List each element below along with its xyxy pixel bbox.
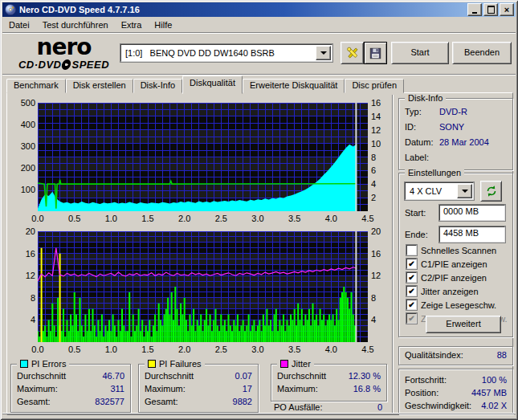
axis-tick: 1.0 [105,345,117,354]
stat-row-pi-failures-maximum: Maximum:17 [139,384,258,393]
tab-benchmark[interactable]: Benchmark [6,79,66,93]
stat-row-jitter-durchschnitt: Durchschnitt12.30 % [271,371,386,381]
checkbox-zeige-lesegeschw[interactable]: ✔ [406,300,417,310]
maximize-icon [487,6,495,14]
disk-info-row-id: ID:SONY [405,122,507,132]
logo-disc-icon [61,59,72,70]
logo-text-speed: CD·DVDSPEED [10,59,118,70]
field-ende: Ende:4458 MB [405,226,507,243]
tab-disk-erstellen[interactable]: Disk erstellen [66,79,133,93]
save-button[interactable] [364,42,387,64]
disk-info-group: Disk-Info Typ:DVD-RID:SONYDatum:28 Mar 2… [398,98,513,170]
jitter-legend-label: Jitter [292,359,311,369]
speed-select-dropdown-button[interactable] [457,184,472,198]
chevron-down-icon [320,51,327,55]
axis-tick: 300 [21,141,35,151]
settings-group: Einstellungen 4 X CLV Start:0000 MBEnde:… [398,173,513,337]
pi-failures-group: PI Failures Durchschnitt0.07Maximum:17Ge… [138,364,259,413]
checkbox-c1-pie-anzeigen[interactable]: ✔ [406,259,417,269]
drive-tools-button[interactable] [341,42,364,64]
axis-tick: 3.0 [251,345,263,354]
axis-tick: 12 [26,271,35,280]
vertical-divider [392,95,394,413]
toolbar-separator [2,74,516,75]
checkbox-row-c2-pif-anzeigen: ✔C2/PIF anzeigen [406,271,509,283]
stat-row-pi-errors-durchschnitt: Durchschnitt46.70 [11,371,130,381]
axis-tick: 1.5 [141,214,153,223]
axis-tick: 4.5 [361,214,373,223]
progress-row-fortschritt: Fortschritt:100 % [405,375,507,385]
tab-disc-pr-fen[interactable]: Disc prüfen [345,79,404,93]
axis-tick: 12 [371,125,381,135]
minimize-button[interactable] [467,3,482,16]
disk-info-row-datum: Datum:28 Mar 2004 [405,137,507,147]
axis-tick: 4.0 [325,345,337,354]
stat-row-jitter-maximum: Maximum:16.8 % [271,384,386,393]
tab-diskqualit-t[interactable]: Diskqualität [182,75,243,94]
nero-cd-dvd-speed-window: Nero CD-DVD Speed 4.7.7.16 × DateiTest d… [0,0,518,420]
ende-input[interactable]: 4458 MB [439,226,505,243]
drive-selector[interactable]: [1:0] BENQ DVD DD DW1640 BSRB [120,44,332,62]
menu-item-test-durchf-hren[interactable]: Test durchführen [36,18,115,31]
axis-tick: 12 [371,271,381,280]
minimize-icon [472,12,477,14]
settings-title: Einstellungen [408,168,461,177]
speed-select-value: 4 X CLV [406,186,456,196]
pi-failures-legend-swatch [148,360,156,368]
axis-tick: 3.5 [288,345,300,354]
po-failures-row: PO Ausfälle: 0 [271,402,385,412]
advanced-button[interactable]: Erweitert [426,316,501,333]
app-cd-icon [5,4,16,15]
axis-tick: 400 [21,120,35,129]
drive-selector-dropdown-button[interactable] [316,46,331,60]
status-bar [2,414,516,418]
axis-tick: 4 [371,179,376,189]
pi-failures-jitter-chart [38,231,368,342]
axis-tick: 2 [371,193,376,202]
axis-tick: 10 [371,139,381,149]
quality-index-value: 88 [497,350,507,360]
axis-tick: 200 [21,163,35,173]
floppy-save-icon [369,47,382,60]
stat-row-pi-errors-maximum: Maximum:311 [11,384,130,393]
axis-tick: 2.0 [178,214,190,223]
pi-errors-legend-swatch [20,360,28,368]
po-failures-value: 0 [377,402,382,412]
axis-tick: 500 [21,98,35,108]
close-button[interactable]: × [500,3,514,16]
pi-errors-legend-label: PI Errors [31,359,66,369]
menu-item-hilfe[interactable]: Hilfe [148,18,178,31]
axis-tick: 1.5 [141,345,153,354]
jitter-group: Jitter Durchschnitt12.30 %Maximum:16.8 % [271,364,387,402]
menu-item-extra[interactable]: Extra [115,18,149,31]
axis-tick: 0.0 [31,345,43,354]
refresh-button[interactable] [480,181,502,202]
disk-info-row-typ: Typ:DVD-R [405,107,507,116]
pi-errors-chart-canvas [38,103,368,211]
drive-selector-value: [1:0] BENQ DVD DD DW1640 BSRB [121,48,315,58]
tab-disk-info[interactable]: Disk-Info [133,79,182,93]
checkbox-schnelles-scannen[interactable] [406,245,417,255]
pi-errors-chart [38,103,368,211]
title-bar[interactable]: Nero CD-DVD Speed 4.7.7.16 × [2,2,516,17]
menu-item-datei[interactable]: Datei [2,18,36,31]
progress-row-geschwindigkeit: Geschwindigkeit:4.02 X [405,401,507,410]
axis-tick: 2.5 [215,345,227,354]
stat-row-pi-failures-gesamt: Gesamt:9882 [139,397,258,406]
tab-erweiterte-diskqualit-t[interactable]: Erweiterte Diskqualität [243,79,345,93]
progress-panel: Fortschritt:100 %Position:4457 MBGeschwi… [398,369,513,414]
field-start: Start:0000 MB [405,205,507,221]
axis-tick: 14 [371,112,381,121]
start-input[interactable]: 0000 MB [439,205,505,221]
close-icon: × [504,6,509,14]
checkbox-row-jitter-anzeigen: ✔Jitter anzeigen [406,285,509,297]
speed-select[interactable]: 4 X CLV [405,182,474,200]
axis-tick: 4 [31,315,35,324]
start-button[interactable]: Start [391,42,449,64]
quit-button[interactable]: Beenden [452,42,512,64]
axis-tick: 0.5 [68,214,80,223]
maximize-button[interactable] [483,3,498,16]
checkbox-c2-pif-anzeigen[interactable]: ✔ [406,272,417,283]
checkbox-jitter-anzeigen[interactable]: ✔ [406,286,417,296]
menu-bar: DateiTest durchführenExtraHilfe [2,17,516,33]
